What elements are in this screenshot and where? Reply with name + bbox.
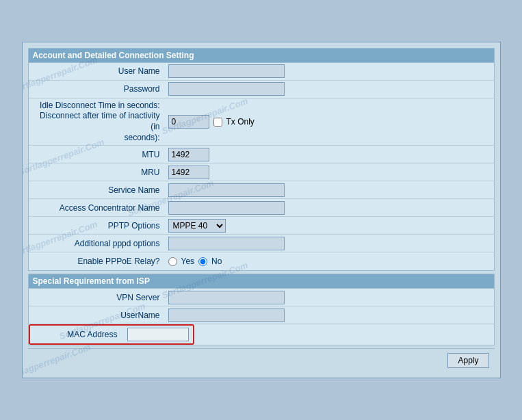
password-value <box>166 81 494 97</box>
vpn-server-row: VPN Server <box>29 289 494 306</box>
pppd-label: Additional pppd options <box>29 237 166 250</box>
mtu-value <box>166 146 494 163</box>
username-value <box>166 63 494 79</box>
idle-row: Idle Disconnect Time in seconds: Disconn… <box>29 99 494 146</box>
mru-value <box>166 164 494 181</box>
idle-value: Tx Only <box>166 114 494 130</box>
mac-address-label: MAC Address <box>34 328 123 341</box>
tx-only-label: Tx Only <box>226 117 255 127</box>
service-name-input[interactable] <box>168 183 285 197</box>
isp-username-row: UserName <box>29 306 494 324</box>
pptp-row: PPTP Options MPPE 40 MPPE 56 MPPE 128 No… <box>29 217 494 235</box>
password-row: Password <box>29 81 494 99</box>
apply-button[interactable]: Apply <box>447 353 488 368</box>
vpn-server-input[interactable] <box>168 291 285 304</box>
idle-input[interactable] <box>168 115 209 129</box>
username-label: User Name <box>29 64 166 78</box>
mru-label: MRU <box>29 166 166 179</box>
service-name-value <box>166 182 494 198</box>
mtu-input[interactable] <box>168 148 209 161</box>
pppd-value <box>166 235 494 252</box>
vpn-server-label: VPN Server <box>29 291 166 304</box>
main-section-header: Account and Detailed Connection Setting <box>29 49 494 63</box>
pppoe-relay-value: Yes No <box>166 255 494 267</box>
password-input[interactable] <box>168 82 285 96</box>
service-name-row: Service Name <box>29 181 494 199</box>
password-label: Password <box>29 82 166 96</box>
pppd-input[interactable] <box>168 237 285 250</box>
pppoe-relay-group: Yes No <box>168 257 222 266</box>
tx-only-checkbox[interactable] <box>213 118 222 127</box>
pppoe-relay-row: Enable PPPoE Relay? Yes No <box>29 252 494 270</box>
pptp-select[interactable]: MPPE 40 MPPE 56 MPPE 128 None <box>168 219 226 233</box>
isp-username-input[interactable] <box>168 309 285 322</box>
isp-username-value <box>166 307 494 324</box>
mac-address-row: MAC Address <box>29 324 494 345</box>
mru-input[interactable] <box>168 166 209 179</box>
pppoe-relay-yes-label: Yes <box>181 257 195 266</box>
vpn-server-value <box>166 289 494 306</box>
mtu-label: MTU <box>29 148 166 161</box>
service-name-label: Service Name <box>29 183 166 197</box>
isp-section: Special Requirement from ISP VPN Server … <box>28 274 495 345</box>
pppoe-relay-no-label: No <box>211 257 222 266</box>
access-concentrator-label: Access Concentrator Name <box>29 201 166 215</box>
main-container: Sortlagperrepair.Com Sortlagperrepair.Co… <box>22 42 501 378</box>
username-input[interactable] <box>168 64 285 78</box>
username-row: User Name <box>29 63 494 81</box>
pppoe-relay-yes-radio[interactable] <box>168 257 177 266</box>
main-section: Account and Detailed Connection Setting … <box>28 48 495 271</box>
mac-highlight-box: MAC Address <box>29 324 194 345</box>
pppd-row: Additional pppd options <box>29 235 494 252</box>
pptp-label: PPTP Options <box>29 219 166 233</box>
access-concentrator-value <box>166 200 494 216</box>
mtu-row: MTU <box>29 146 494 163</box>
idle-label: Idle Disconnect Time in seconds: Disconn… <box>29 99 166 145</box>
isp-section-header: Special Requirement from ISP <box>29 274 494 289</box>
access-concentrator-input[interactable] <box>168 201 285 215</box>
mac-address-input[interactable] <box>127 328 189 341</box>
bottom-bar: Apply <box>28 348 495 372</box>
pptp-value: MPPE 40 MPPE 56 MPPE 128 None <box>166 218 494 234</box>
access-concentrator-row: Access Concentrator Name <box>29 199 494 217</box>
pppoe-relay-label: Enable PPPoE Relay? <box>29 254 166 268</box>
pppoe-relay-no-radio[interactable] <box>198 257 207 266</box>
mru-row: MRU <box>29 163 494 181</box>
isp-username-label: UserName <box>29 309 166 322</box>
